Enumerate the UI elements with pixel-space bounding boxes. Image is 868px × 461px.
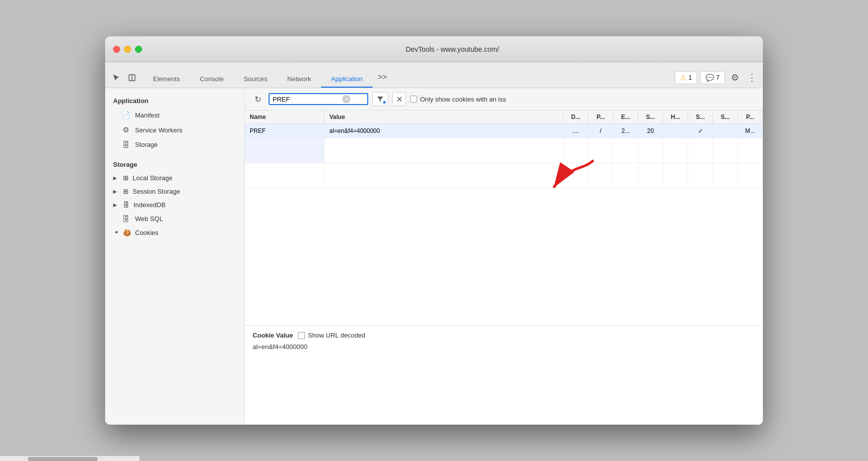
td-name: PREF <box>245 124 324 138</box>
more-options-button[interactable]: ⋮ <box>745 71 759 85</box>
window-title: DevTools - www.youtube.com/ <box>150 45 755 53</box>
td-httponly <box>663 124 688 138</box>
chat-count: 7 <box>716 74 720 81</box>
indexeddb-arrow: ▶ <box>113 202 119 208</box>
th-priority: P... <box>738 111 763 123</box>
td-priority: M... <box>738 124 763 138</box>
refresh-button[interactable]: ↻ <box>251 92 265 106</box>
cookies-arrow: ▼ <box>114 230 119 236</box>
sidebar-item-session-storage[interactable]: ▶ ⊞ Session Storage <box>105 185 244 198</box>
th-value: Value <box>324 111 564 123</box>
sidebar-item-manifest-label: Manifest <box>135 112 159 119</box>
maximize-button[interactable] <box>135 46 142 53</box>
dock-icon[interactable] <box>125 71 139 85</box>
sidebar-item-cookies[interactable]: ▼ 🍪 Cookies <box>105 226 244 239</box>
sidebar-item-indexeddb-label: IndexedDB <box>134 201 165 209</box>
show-decoded-checkbox[interactable] <box>298 332 305 339</box>
panel: ↻ ✕ ✕ Only show cookies with an iss <box>245 88 763 425</box>
cursor-icon[interactable] <box>109 71 123 85</box>
sidebar-item-indexeddb[interactable]: ▶ 🗄 IndexedDB <box>105 198 244 212</box>
sidebar-item-service-workers[interactable]: ⚙ Service Workers <box>105 122 244 137</box>
table-header: Name Value D... P... E... S... H... S...… <box>245 111 763 124</box>
td-value: al=en&f4=4000000 <box>324 124 564 138</box>
only-issues-text: Only show cookies with an iss <box>420 96 506 103</box>
tab-application[interactable]: Application <box>321 71 373 88</box>
chat-icon: 💬 <box>706 74 714 82</box>
warning-icon: ⚠ <box>680 74 687 82</box>
sidebar-item-cookies-label: Cookies <box>135 229 158 236</box>
clear-button[interactable]: ✕ <box>392 92 406 106</box>
tab-bar-right: ⚠ 1 💬 7 ⚙ ⋮ <box>675 71 759 85</box>
web-sql-icon: 🗄 <box>121 215 130 223</box>
sidebar: Application 📄 Manifest ⚙ Service Workers… <box>105 88 245 425</box>
panel-toolbar: ↻ ✕ ✕ Only show cookies with an iss <box>245 88 763 111</box>
manifest-icon: 📄 <box>121 111 130 119</box>
table-row[interactable]: PREF al=en&f4=4000000 .... / 2... 20 ✓ M… <box>245 124 763 138</box>
cookie-value-title: Cookie Value <box>253 332 293 339</box>
sidebar-item-local-storage[interactable]: ▶ ⊞ Local Storage <box>105 171 244 185</box>
empty-td-1 <box>245 138 324 163</box>
indexeddb-icon: 🗄 <box>123 201 130 209</box>
th-size: S... <box>638 111 663 123</box>
td-expires: 2... <box>613 124 638 138</box>
tab-network[interactable]: Network <box>278 71 321 88</box>
minimize-button[interactable] <box>124 46 131 53</box>
search-input[interactable] <box>273 96 342 103</box>
tab-console[interactable]: Console <box>190 71 234 88</box>
storage-icon: 🗄 <box>121 140 130 149</box>
close-button[interactable] <box>113 46 120 53</box>
sidebar-item-manifest[interactable]: 📄 Manifest <box>105 108 244 122</box>
local-storage-arrow: ▶ <box>113 175 119 181</box>
td-path: / <box>588 124 613 138</box>
title-bar: DevTools - www.youtube.com/ <box>105 36 763 62</box>
show-decoded-label[interactable]: Show URL decoded <box>298 332 365 339</box>
devtools-window: DevTools - www.youtube.com/ Elements Con… <box>105 36 763 425</box>
tab-elements[interactable]: Elements <box>143 71 190 88</box>
sidebar-item-storage-label: Storage <box>135 141 158 148</box>
cookie-value-panel: Cookie Value Show URL decoded al=en&f4=4… <box>245 325 763 425</box>
settings-button[interactable]: ⚙ <box>728 71 742 85</box>
main-tabs: Elements Console Sources Network Applica… <box>143 69 671 88</box>
sidebar-item-service-workers-label: Service Workers <box>135 126 182 134</box>
td-secure: ✓ <box>688 124 713 138</box>
search-box: ✕ <box>269 93 368 105</box>
cookie-value-header: Cookie Value Show URL decoded <box>253 332 755 339</box>
only-issues-label[interactable]: Only show cookies with an iss <box>410 96 506 103</box>
tab-bar: Elements Console Sources Network Applica… <box>105 62 763 88</box>
traffic-lights <box>113 46 142 53</box>
service-workers-icon: ⚙ <box>121 125 130 134</box>
sidebar-item-local-storage-label: Local Storage <box>133 174 172 182</box>
storage-section-title: Storage <box>105 158 244 171</box>
search-clear-button[interactable]: ✕ <box>342 95 350 103</box>
th-path: P... <box>588 111 613 123</box>
filter-active-indicator <box>383 101 386 104</box>
th-secure: S... <box>688 111 713 123</box>
cookie-table: Name Value D... P... E... S... H... S...… <box>245 111 763 325</box>
warning-count: 1 <box>689 74 692 81</box>
th-name: Name <box>245 111 324 123</box>
th-samesite: S... <box>713 111 738 123</box>
th-domain: D... <box>564 111 588 123</box>
sidebar-item-web-sql[interactable]: 🗄 Web SQL <box>105 212 244 226</box>
local-storage-icon: ⊞ <box>123 174 129 182</box>
table-body: PREF al=en&f4=4000000 .... / 2... 20 ✓ M… <box>245 124 763 325</box>
sidebar-item-session-storage-label: Session Storage <box>133 188 180 195</box>
th-expires: E... <box>613 111 638 123</box>
td-samesite <box>713 124 738 138</box>
chat-badge[interactable]: 💬 7 <box>700 71 725 84</box>
filter-button[interactable] <box>372 92 388 106</box>
sidebar-item-storage[interactable]: 🗄 Storage <box>105 137 244 152</box>
warning-badge[interactable]: ⚠ 1 <box>675 71 698 84</box>
session-storage-icon: ⊞ <box>123 188 129 195</box>
show-decoded-text: Show URL decoded <box>308 332 365 339</box>
storage-section: Storage ▶ ⊞ Local Storage ▶ ⊞ Session St… <box>105 158 244 239</box>
empty-td-2 <box>324 138 564 163</box>
tab-sources[interactable]: Sources <box>234 71 278 88</box>
td-domain: .... <box>564 124 588 138</box>
empty-row-1 <box>245 138 763 163</box>
main-content: Application 📄 Manifest ⚙ Service Workers… <box>105 88 763 425</box>
only-issues-checkbox[interactable] <box>410 96 417 103</box>
empty-row-2 <box>245 163 763 188</box>
more-tabs-button[interactable]: >> <box>373 69 392 86</box>
session-storage-arrow: ▶ <box>113 189 119 194</box>
